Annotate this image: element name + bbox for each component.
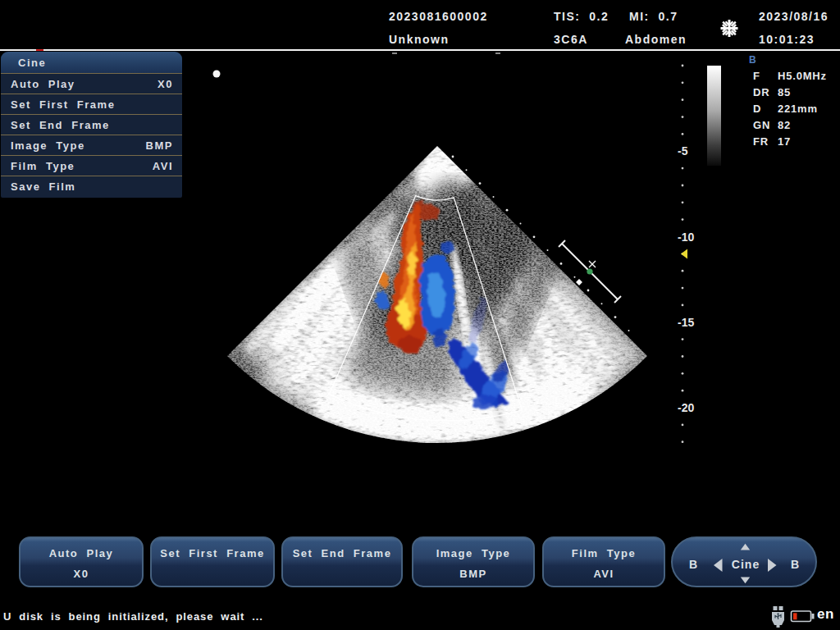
svg-text:-15: -15 [678, 316, 694, 329]
svg-text:-20: -20 [678, 401, 694, 414]
svg-text:-5: -5 [678, 144, 688, 158]
svg-text:-10: -10 [678, 231, 694, 244]
